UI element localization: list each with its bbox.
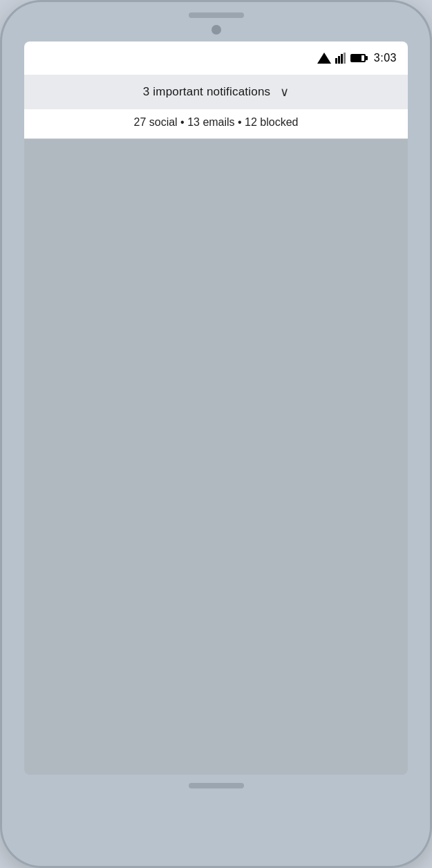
notification-bar: 3 important notifications ∨ 27 social • … <box>24 75 408 139</box>
status-time: 3:03 <box>374 52 397 64</box>
svg-rect-1 <box>335 58 337 64</box>
chevron-down-icon[interactable]: ∨ <box>280 84 289 100</box>
signal-icon <box>335 53 346 64</box>
speaker-top <box>189 12 244 18</box>
speaker-bottom <box>189 783 244 788</box>
battery-icon <box>350 54 366 62</box>
svg-rect-4 <box>344 53 346 64</box>
svg-rect-2 <box>338 56 340 64</box>
notification-summary: 27 social • 13 emails • 12 blocked <box>24 109 408 138</box>
svg-rect-3 <box>341 54 343 64</box>
screen: 3:03 3 important notifications ∨ 27 soci… <box>24 41 408 775</box>
phone-frame: 3:03 3 important notifications ∨ 27 soci… <box>0 0 432 868</box>
status-icons: 3:03 <box>317 52 397 64</box>
status-bar: 3:03 <box>24 41 408 75</box>
front-camera <box>212 25 221 35</box>
important-notifications-row[interactable]: 3 important notifications ∨ <box>24 75 408 109</box>
important-notifications-label: 3 important notifications <box>143 85 271 99</box>
svg-marker-0 <box>317 53 331 64</box>
wifi-icon <box>317 53 331 64</box>
